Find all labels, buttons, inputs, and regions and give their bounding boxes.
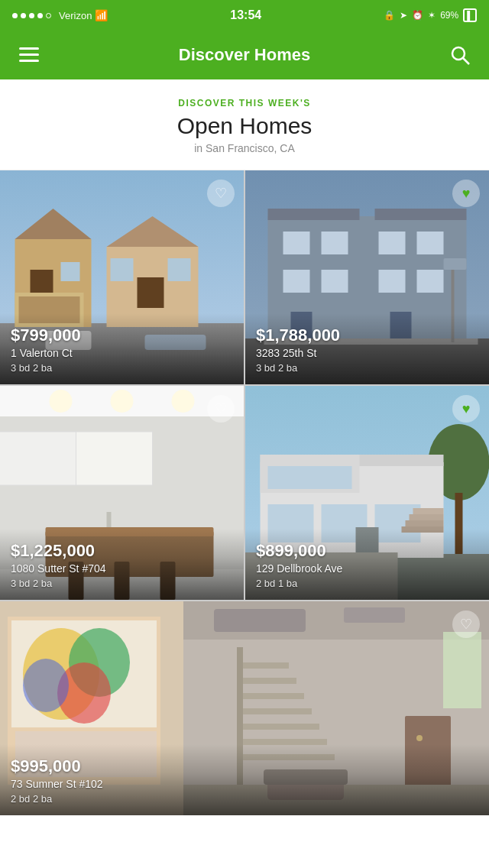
- property-price-1: $799,000: [11, 326, 233, 345]
- dot-4: [37, 13, 43, 18]
- battery-percent: 69%: [440, 10, 458, 21]
- property-details-3: 3 bd 2 ba: [11, 578, 233, 589]
- property-address-5: 73 Sumner St #102: [11, 778, 478, 790]
- discover-subtitle: DISCOVER THIS WEEK'S: [15, 98, 474, 108]
- property-card-3[interactable]: ♡ $1,225,000 1080 Sutter St #704 3 bd 2 …: [0, 386, 244, 600]
- svg-rect-17: [168, 258, 191, 281]
- location-text: in San Francisco, CA: [15, 142, 474, 154]
- property-address-1: 1 Valerton Ct: [11, 347, 233, 359]
- svg-rect-88: [243, 693, 304, 699]
- svg-rect-90: [243, 724, 319, 730]
- svg-rect-26: [322, 232, 348, 254]
- heart-icon-3: ♡: [215, 402, 227, 416]
- property-grid: ♡ $799,000 1 Valerton Ct 3 bd 2 ba: [0, 170, 489, 815]
- dot-3: [29, 13, 34, 18]
- favorite-button-3[interactable]: ♡: [207, 395, 235, 423]
- svg-rect-25: [283, 232, 310, 254]
- svg-rect-29: [283, 270, 310, 293]
- svg-rect-65: [413, 508, 444, 514]
- property-card-1[interactable]: ♡ $799,000 1 Valerton Ct 3 bd 2 ba: [0, 170, 244, 384]
- status-right: 🔒 ➤ ⏰ ✶ 69% ▌: [384, 8, 477, 22]
- property-info-1: $799,000 1 Valerton Ct 3 bd 2 ba: [0, 313, 244, 384]
- svg-rect-15: [138, 277, 164, 308]
- property-card-2[interactable]: ♥ $1,788,000 3283 25th St 3 bd 2 ba: [245, 170, 489, 384]
- svg-point-3: [452, 47, 465, 60]
- property-price-4: $899,000: [256, 541, 478, 561]
- signal-dots: [12, 13, 51, 18]
- svg-rect-2: [19, 60, 39, 62]
- property-address-4: 129 Dellbrook Ave: [256, 562, 478, 575]
- svg-rect-89: [243, 708, 312, 714]
- property-card-5[interactable]: ♡ $995,000 73 Sumner St #102 2 bd 2 ba: [0, 601, 489, 815]
- battery-icon: ▌: [463, 8, 477, 22]
- status-bar: Verizon 📶 13:54 🔒 ➤ ⏰ ✶ 69% ▌: [0, 0, 489, 31]
- property-details-4: 2 bd 1 ba: [256, 578, 478, 589]
- dot-1: [12, 13, 18, 18]
- property-info-2: $1,788,000 3283 25th St 3 bd 2 ba: [245, 313, 489, 384]
- svg-rect-16: [111, 258, 134, 281]
- svg-rect-30: [322, 270, 348, 293]
- svg-rect-86: [243, 662, 289, 669]
- svg-rect-24: [375, 209, 467, 220]
- heart-icon-1: ♡: [215, 186, 227, 200]
- dot-5: [46, 13, 51, 18]
- heart-icon-2: ♥: [462, 186, 471, 200]
- svg-rect-46: [0, 432, 76, 485]
- lock-icon: 🔒: [384, 10, 395, 21]
- status-left: Verizon 📶: [12, 9, 108, 21]
- favorite-button-2[interactable]: ♥: [452, 180, 480, 207]
- property-card-4[interactable]: ♥ $899,000 129 Dellbrook Ave 2 bd 1 ba: [245, 386, 489, 600]
- svg-line-4: [463, 58, 469, 64]
- property-price-3: $1,225,000: [11, 541, 233, 561]
- svg-point-41: [50, 390, 73, 413]
- svg-rect-95: [443, 632, 481, 708]
- status-time: 13:54: [230, 8, 261, 22]
- nav-title: Discover Homes: [43, 45, 446, 65]
- header-section: DISCOVER THIS WEEK'S Open Homes in San F…: [0, 79, 489, 170]
- svg-rect-82: [214, 609, 306, 632]
- property-price-2: $1,788,000: [256, 326, 478, 345]
- favorite-button-4[interactable]: ♥: [452, 395, 480, 423]
- menu-button[interactable]: [15, 47, 43, 63]
- nav-bar: Discover Homes: [0, 31, 489, 79]
- svg-rect-83: [344, 607, 405, 623]
- heart-icon-5: ♡: [460, 617, 472, 631]
- svg-rect-23: [268, 209, 360, 220]
- svg-rect-0: [19, 47, 39, 50]
- svg-rect-27: [379, 232, 406, 254]
- svg-rect-67: [406, 520, 444, 526]
- svg-rect-32: [417, 270, 444, 293]
- svg-rect-87: [243, 678, 296, 684]
- open-homes-title: Open Homes: [15, 113, 474, 139]
- svg-rect-10: [61, 262, 80, 281]
- favorite-button-5[interactable]: ♡: [452, 611, 480, 638]
- heart-icon-4: ♥: [462, 402, 471, 416]
- carrier-name: Verizon: [59, 10, 92, 21]
- svg-rect-66: [410, 514, 444, 520]
- property-details-2: 3 bd 2 ba: [256, 362, 478, 374]
- svg-point-78: [23, 659, 69, 712]
- dot-2: [21, 13, 26, 18]
- svg-point-42: [111, 390, 134, 413]
- svg-rect-53: [107, 512, 112, 527]
- svg-rect-37: [444, 258, 467, 270]
- svg-rect-1: [19, 53, 39, 56]
- property-info-4: $899,000 129 Dellbrook Ave 2 bd 1 ba: [245, 529, 489, 600]
- property-price-5: $995,000: [11, 756, 478, 776]
- favorite-button-1[interactable]: ♡: [207, 180, 235, 207]
- svg-rect-31: [379, 270, 406, 293]
- svg-rect-47: [76, 432, 153, 485]
- search-button[interactable]: [446, 44, 474, 66]
- svg-point-43: [172, 390, 195, 413]
- property-info-3: $1,225,000 1080 Sutter St #704 3 bd 2 ba: [0, 529, 244, 600]
- svg-rect-94: [416, 735, 423, 741]
- location-icon: ➤: [400, 10, 407, 21]
- wifi-icon: 📶: [95, 9, 108, 21]
- property-info-5: $995,000 73 Sumner St #102 2 bd 2 ba: [0, 744, 489, 815]
- property-address-2: 3283 25th St: [256, 347, 478, 359]
- property-address-3: 1080 Sutter St #704: [11, 562, 233, 575]
- svg-rect-61: [268, 466, 352, 489]
- property-details-1: 3 bd 2 ba: [11, 362, 233, 374]
- svg-rect-28: [417, 232, 444, 254]
- property-details-5: 2 bd 2 ba: [11, 793, 478, 805]
